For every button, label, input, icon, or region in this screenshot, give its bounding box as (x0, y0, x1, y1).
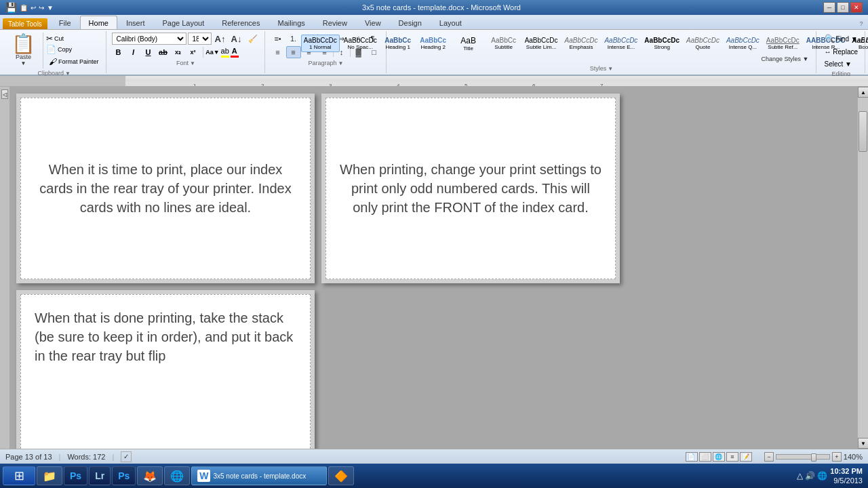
tab-page-layout[interactable]: Page Layout (153, 16, 213, 29)
copy-button[interactable]: 📄 Copy (46, 45, 102, 54)
replace-button[interactable]: ↔ Replace (822, 47, 861, 57)
left-margin: ◁ (0, 87, 9, 449)
tab-mailings[interactable]: Mailings (269, 16, 314, 29)
superscript-button[interactable]: x² (186, 46, 200, 58)
tab-home[interactable]: Home (80, 16, 117, 29)
change-styles-button[interactable]: Change Styles ▼ (759, 54, 812, 64)
table-tools-tab[interactable]: Table Tools (3, 18, 47, 29)
view-buttons: 📄 ⬜ 🌐 ≡ 📝 (686, 452, 752, 462)
style-strong[interactable]: AaBbCcDc Strong (642, 35, 682, 52)
tab-insert[interactable]: Insert (117, 16, 154, 29)
style-subtitle[interactable]: AaBbCc Subtitle (487, 35, 521, 52)
scroll-up-button[interactable]: ▲ (858, 87, 868, 98)
zoom-in-button[interactable]: + (832, 452, 842, 462)
font-group: Calibri (Body) 180 A↑ A↓ 🧹 B I U ab x₂ x… (108, 31, 265, 73)
tab-view[interactable]: View (356, 16, 390, 29)
scroll-thumb[interactable] (859, 111, 867, 152)
zoom-level: 140% (844, 453, 863, 461)
style-subtle-emphasis[interactable]: AaBbCcDc Subtle Lim... (522, 35, 561, 52)
taskbar-photoshop2[interactable]: Ps (112, 466, 136, 485)
main-area: ◁ When it is time to print, place our in… (0, 87, 868, 449)
maximize-button[interactable]: □ (837, 2, 849, 13)
scroll-down-button[interactable]: ▼ (858, 438, 868, 449)
style-normal[interactable]: AaBbCcDc 1 Normal (301, 35, 340, 52)
taskbar-firefox[interactable]: 🦊 (137, 466, 163, 485)
tab-design[interactable]: Design (390, 16, 431, 29)
styles-group: AaBbCcDc 1 Normal AaBbCcDc No Spac... Aa… (388, 31, 816, 73)
font-size-select[interactable]: 180 (188, 33, 212, 45)
subscript-button[interactable]: x₂ (172, 46, 185, 58)
find-button[interactable]: 🔍 Find ▼ (822, 33, 861, 45)
card-row-1: When it is time to print, place our inde… (16, 94, 850, 283)
document-area[interactable]: When it is time to print, place our inde… (9, 87, 857, 449)
cut-button[interactable]: ✂ Cut (46, 34, 102, 43)
tab-file[interactable]: File (50, 16, 80, 29)
style-intense-emphasis[interactable]: AaBbCcDc Intense E... (601, 35, 640, 52)
style-quote[interactable]: AaBbCcDc Quote (684, 35, 722, 52)
style-emphasis[interactable]: AaBbCcDc Emphasis (562, 35, 601, 52)
close-button[interactable]: ✕ (850, 2, 863, 13)
taskbar-chrome[interactable]: 🌐 (164, 466, 190, 485)
card-1-text: When it is time to print, place our inde… (35, 160, 296, 217)
full-screen-button[interactable]: ⬜ (699, 452, 711, 462)
style-heading1[interactable]: AaBbCc Heading 1 (381, 35, 415, 52)
tab-references[interactable]: References (213, 16, 269, 29)
tab-layout[interactable]: Layout (431, 16, 471, 29)
page-card-2[interactable]: When printing, change your print setting… (321, 94, 620, 283)
font-grow-button[interactable]: A↑ (213, 33, 228, 45)
status-bar: Page 13 of 13 | Words: 172 | ✓ 📄 ⬜ 🌐 ≡ 📝… (0, 449, 868, 464)
start-button[interactable]: ⊞ (3, 466, 35, 485)
select-button[interactable]: Select ▼ (822, 59, 861, 69)
taskbar-vlc[interactable]: 🔶 (328, 466, 354, 485)
italic-button[interactable]: I (127, 46, 140, 58)
page-card-1[interactable]: When it is time to print, place our inde… (16, 94, 315, 283)
case-button[interactable]: Aa▼ (206, 46, 220, 58)
style-subtle-ref[interactable]: AaBbCcDc Subtle Ref... (764, 35, 802, 52)
spell-check-button[interactable]: ✓ (121, 451, 132, 462)
numbering-button[interactable]: 1. (286, 33, 301, 45)
font-color-button[interactable]: A (231, 47, 239, 58)
print-layout-button[interactable]: 📄 (686, 452, 698, 462)
taskbar-file-explorer[interactable]: 📁 (37, 466, 62, 485)
zoom-slider[interactable] (776, 454, 830, 460)
bold-button[interactable]: B (112, 46, 125, 58)
bullets-button[interactable]: ≡• (271, 33, 285, 45)
style-title[interactable]: AaB Title (452, 34, 486, 54)
card-3-text: When that is done printing, take the sta… (35, 308, 296, 365)
minimize-button[interactable]: ─ (823, 2, 835, 13)
scroll-track[interactable] (858, 98, 868, 438)
web-layout-button[interactable]: 🌐 (713, 452, 725, 462)
svg-text:5: 5 (465, 83, 468, 87)
font-name-select[interactable]: Calibri (Body) (112, 33, 186, 45)
align-left-button[interactable]: ≡ (271, 46, 285, 58)
taskbar: ⊞ 📁 Ps Lr Ps 🦊 🌐 W 3x5 note cards - temp… (0, 464, 868, 488)
highlight-button[interactable]: ab (221, 47, 229, 58)
align-center-button[interactable]: ≡ (286, 46, 301, 58)
clock-date: 9/5/2013 (830, 476, 863, 485)
page-card-3[interactable]: When that is done printing, take the sta… (16, 290, 315, 449)
strikethrough-button[interactable]: ab (157, 46, 170, 58)
collapse-button[interactable]: ◁ (1, 89, 8, 99)
format-painter-button[interactable]: 🖌 Format Painter (46, 56, 102, 68)
style-no-spacing[interactable]: AaBbCcDc No Spac... (341, 35, 380, 52)
font-shrink-button[interactable]: A↓ (229, 33, 244, 45)
taskbar-lightroom[interactable]: Lr (89, 466, 111, 485)
taskbar-photoshop[interactable]: Ps (64, 466, 87, 485)
clear-format-button[interactable]: 🧹 (245, 33, 260, 45)
outline-view-button[interactable]: ≡ (726, 452, 738, 462)
tab-review[interactable]: Review (314, 16, 356, 29)
underline-button[interactable]: U (142, 46, 155, 58)
tray-icons: △ 🔊 🌐 (797, 471, 828, 481)
zoom-out-button[interactable]: − (764, 452, 774, 462)
taskbar-word[interactable]: W 3x5 note cards - template.docx (191, 466, 327, 485)
zoom-thumb[interactable] (811, 453, 816, 462)
style-intense-quote[interactable]: AaBbCcDc Intense Q... (724, 35, 762, 52)
paste-button[interactable]: 📋 Paste ▼ (7, 33, 40, 68)
style-heading2[interactable]: AaBbCc Heading 2 (416, 35, 450, 52)
svg-text:1: 1 (193, 83, 197, 87)
title-bar: 💾 📋 ↩ ↪ ▼ 3x5 note cards - template.docx… (0, 0, 868, 15)
vertical-scrollbar[interactable]: ▲ ▼ (857, 87, 868, 449)
ribbon-help-button[interactable]: ? (854, 18, 868, 29)
window-controls[interactable]: ─ □ ✕ (823, 2, 863, 13)
draft-view-button[interactable]: 📝 (740, 452, 752, 462)
